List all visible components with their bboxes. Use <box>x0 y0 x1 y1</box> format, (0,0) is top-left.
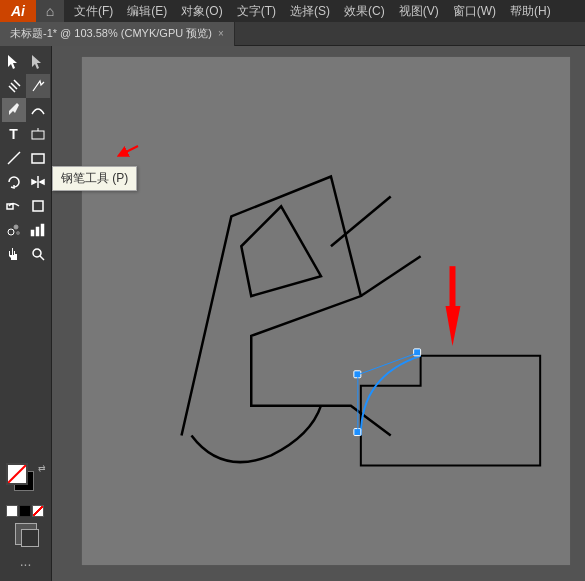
line-tool[interactable] <box>2 146 26 170</box>
pen-tool[interactable] <box>2 98 26 122</box>
magic-wand-tool[interactable] <box>2 74 26 98</box>
menu-help[interactable]: 帮助(H) <box>504 1 557 22</box>
artboard-icon-row <box>2 523 49 545</box>
pen-tool-tooltip: 钢笔工具 (P) <box>52 166 137 191</box>
swap-colors-icon[interactable]: ⇄ <box>38 463 46 473</box>
canvas-area[interactable] <box>52 46 585 581</box>
document-tab[interactable]: 未标题-1* @ 103.58% (CMYK/GPU 预览) × <box>0 22 235 46</box>
svg-rect-29 <box>450 266 456 308</box>
svg-marker-1 <box>32 55 41 69</box>
none-swatch[interactable] <box>32 505 44 517</box>
warp-tool[interactable] <box>2 194 26 218</box>
lasso-tool[interactable] <box>26 74 50 98</box>
menu-items: 文件(F) 编辑(E) 对象(O) 文字(T) 选择(S) 效果(C) 视图(V… <box>64 1 561 22</box>
svg-rect-4 <box>32 131 44 139</box>
svg-marker-10 <box>40 180 44 184</box>
svg-rect-12 <box>33 201 43 211</box>
rectangle-tool[interactable] <box>26 146 50 170</box>
svg-rect-23 <box>354 429 361 436</box>
svg-line-6 <box>8 152 20 164</box>
drawing-canvas <box>52 46 585 581</box>
tool-row-3 <box>0 98 51 122</box>
color-section: ⇄ ... <box>0 455 51 577</box>
tool-row-6 <box>0 170 51 194</box>
svg-rect-16 <box>31 230 34 236</box>
tab-close-button[interactable]: × <box>218 28 224 39</box>
svg-point-19 <box>33 249 41 257</box>
svg-rect-11 <box>7 204 13 209</box>
direct-selection-tool[interactable] <box>26 50 50 74</box>
tool-row-1 <box>0 50 51 74</box>
tool-row-2 <box>0 74 51 98</box>
tabbar: 未标题-1* @ 103.58% (CMYK/GPU 预览) × <box>0 22 585 46</box>
black-swatch[interactable] <box>19 505 31 517</box>
rotate-tool[interactable] <box>2 170 26 194</box>
svg-line-20 <box>40 256 44 260</box>
svg-marker-9 <box>32 180 36 184</box>
menubar: Ai ⌂ 文件(F) 编辑(E) 对象(O) 文字(T) 选择(S) 效果(C)… <box>0 0 585 22</box>
menu-edit[interactable]: 编辑(E) <box>121 1 173 22</box>
tool-row-5 <box>0 146 51 170</box>
svg-rect-24 <box>414 349 421 356</box>
color-mode-swatches <box>2 503 49 519</box>
svg-rect-18 <box>41 224 44 236</box>
svg-line-2 <box>14 80 20 86</box>
svg-rect-17 <box>36 227 39 236</box>
fill-indicator[interactable] <box>6 463 28 485</box>
free-transform-tool[interactable] <box>26 194 50 218</box>
hand-tool[interactable] <box>2 242 26 266</box>
menu-select[interactable]: 选择(S) <box>284 1 336 22</box>
svg-rect-7 <box>32 154 44 163</box>
svg-rect-22 <box>82 57 570 565</box>
svg-point-15 <box>16 232 19 235</box>
reflect-tool[interactable] <box>26 170 50 194</box>
symbol-sprayer-tool[interactable] <box>2 218 26 242</box>
curvature-tool[interactable] <box>26 98 50 122</box>
menu-effect[interactable]: 效果(C) <box>338 1 391 22</box>
main-layout: T <box>0 46 585 581</box>
white-swatch[interactable] <box>6 505 18 517</box>
artboard-icon[interactable] <box>15 523 37 545</box>
more-tools[interactable]: ... <box>2 549 49 573</box>
selection-tool[interactable] <box>2 50 26 74</box>
menu-text[interactable]: 文字(T) <box>231 1 282 22</box>
app-logo: Ai <box>0 0 36 22</box>
toolbar: T <box>0 46 52 581</box>
menu-view[interactable]: 视图(V) <box>393 1 445 22</box>
tool-row-9 <box>0 242 51 266</box>
zoom-tool[interactable] <box>26 242 50 266</box>
tool-row-7 <box>0 194 51 218</box>
svg-marker-0 <box>8 55 17 69</box>
svg-line-21 <box>8 465 26 483</box>
column-graph-tool[interactable] <box>26 218 50 242</box>
tab-title: 未标题-1* @ 103.58% (CMYK/GPU 预览) <box>10 26 212 41</box>
home-button[interactable]: ⌂ <box>36 0 64 22</box>
svg-point-14 <box>14 225 18 229</box>
area-type-tool[interactable] <box>26 122 50 146</box>
tool-row-8 <box>0 218 51 242</box>
type-tool[interactable]: T <box>2 122 26 146</box>
tool-row-4: T <box>0 122 51 146</box>
svg-point-13 <box>8 229 14 235</box>
menu-object[interactable]: 对象(O) <box>175 1 228 22</box>
menu-window[interactable]: 窗口(W) <box>447 1 502 22</box>
menu-file[interactable]: 文件(F) <box>68 1 119 22</box>
